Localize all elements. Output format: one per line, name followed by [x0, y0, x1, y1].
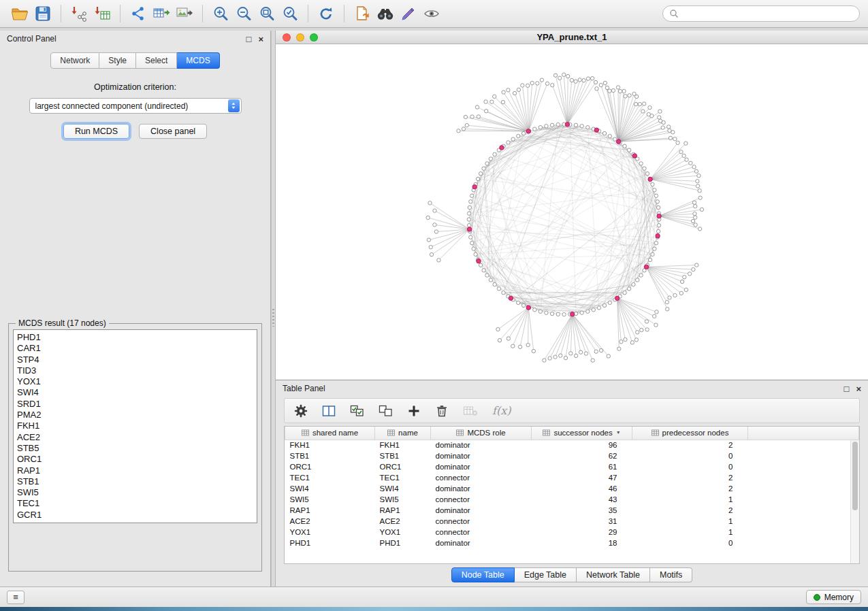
- run-mcds-button[interactable]: Run MCDS: [63, 124, 129, 139]
- tab-motifs[interactable]: Motifs: [650, 567, 692, 582]
- tab-select[interactable]: Select: [136, 52, 177, 69]
- cell-successor-nodes: 43: [532, 494, 632, 505]
- table-scrollbar-thumb[interactable]: [852, 442, 858, 510]
- split-panel-button[interactable]: [322, 404, 336, 418]
- zoom-selected-button[interactable]: [278, 3, 302, 24]
- mcds-result-list[interactable]: PHD1CAR1STP4TID3YOX1SWI4SRD1PMA2FKH1ACE2…: [13, 329, 257, 523]
- close-table-panel-icon[interactable]: ×: [856, 384, 861, 393]
- mcds-result-item[interactable]: RAP1: [17, 465, 253, 476]
- tab-style[interactable]: Style: [99, 52, 136, 69]
- mcds-result-item[interactable]: FKH1: [17, 420, 253, 431]
- apply-style-button[interactable]: [397, 3, 420, 24]
- mcds-result-item[interactable]: TID3: [17, 365, 253, 376]
- cell-name: SWI4: [375, 483, 431, 494]
- table-row[interactable]: YOX1YOX1connector291: [285, 527, 859, 538]
- table-row[interactable]: TEC1TEC1connector472: [285, 472, 859, 483]
- clone-network-button[interactable]: [351, 3, 374, 24]
- mcds-result-item[interactable]: SRD1: [17, 399, 253, 410]
- tab-node-table[interactable]: Node Table: [451, 567, 515, 582]
- mcds-result-item[interactable]: GCR1: [17, 510, 253, 521]
- show-panels-button[interactable]: ≡: [7, 591, 25, 604]
- function-builder-button[interactable]: f(x): [492, 404, 511, 417]
- find-button[interactable]: [374, 3, 397, 24]
- tab-network[interactable]: Network: [50, 52, 99, 69]
- export-network-icon: [130, 5, 146, 22]
- mcds-result-item[interactable]: TEC1: [17, 498, 253, 509]
- close-window-icon[interactable]: [283, 33, 291, 42]
- select-all-button[interactable]: [350, 404, 364, 418]
- search-input[interactable]: [682, 9, 853, 18]
- table-row[interactable]: ACE2ACE2connector311: [285, 516, 859, 527]
- mcds-result-item[interactable]: CAR1: [17, 343, 253, 354]
- export-image-button[interactable]: [173, 3, 196, 24]
- float-panel-icon[interactable]: □: [246, 35, 252, 44]
- table-row[interactable]: SWI5SWI5connector431: [285, 494, 859, 505]
- clear-column-icon: [463, 404, 478, 418]
- export-table-button[interactable]: [150, 3, 173, 24]
- export-network-button[interactable]: [127, 3, 150, 24]
- mcds-result-item[interactable]: SWI4: [17, 387, 253, 398]
- import-table-button[interactable]: [91, 3, 114, 24]
- style-wand-icon: [400, 5, 417, 22]
- table-settings-button[interactable]: [294, 404, 308, 418]
- zoom-out-button[interactable]: [232, 3, 255, 24]
- memory-button[interactable]: Memory: [806, 590, 861, 604]
- network-window-titlebar[interactable]: YPA_prune.txt_1: [276, 31, 868, 44]
- column-header-name[interactable]: name: [375, 427, 431, 440]
- cell-successor-nodes: 29: [532, 527, 632, 538]
- cell-mcds-role: dominator: [431, 538, 532, 548]
- add-column-button[interactable]: [407, 404, 421, 418]
- tab-network-table[interactable]: Network Table: [577, 567, 650, 582]
- export-table-icon: [152, 5, 170, 22]
- tab-edge-table[interactable]: Edge Table: [515, 567, 577, 582]
- zoom-in-button[interactable]: [209, 3, 232, 24]
- column-header-predecessor-nodes[interactable]: predecessor nodes: [632, 427, 748, 440]
- unselect-all-icon: [379, 404, 393, 418]
- table-scrollbar[interactable]: [850, 440, 859, 563]
- close-panel-icon[interactable]: ×: [258, 35, 263, 44]
- mcds-result-item[interactable]: ACE2: [17, 432, 253, 443]
- close-panel-button[interactable]: Close panel: [139, 124, 207, 139]
- select-all-icon: [350, 404, 364, 418]
- unselect-all-button[interactable]: [379, 404, 393, 418]
- table-row[interactable]: FKH1FKH1dominator962: [285, 440, 859, 450]
- mcds-result-item[interactable]: PHD1: [17, 332, 253, 343]
- tab-mcds[interactable]: MCDS: [177, 52, 219, 69]
- network-canvas[interactable]: [276, 44, 868, 380]
- zoom-window-icon[interactable]: [310, 33, 318, 42]
- mcds-result-item[interactable]: STP4: [17, 354, 253, 365]
- network-graph-svg[interactable]: [276, 44, 868, 380]
- table-row[interactable]: ORC1ORC1dominator610: [285, 461, 859, 472]
- mcds-result-item[interactable]: YOX1: [17, 376, 253, 387]
- table-row[interactable]: PHD1PHD1dominator180: [285, 538, 859, 548]
- zoom-fit-button[interactable]: [255, 3, 278, 24]
- save-session-button[interactable]: [31, 3, 54, 24]
- criterion-select[interactable]: largest connected component (undirected)…: [29, 98, 242, 114]
- column-header-shared-name[interactable]: shared name: [285, 427, 375, 440]
- column-header-successor-nodes[interactable]: successor nodes▼: [532, 427, 632, 440]
- table-row[interactable]: STB1STB1dominator620: [285, 450, 859, 461]
- mcds-result-item[interactable]: ORC1: [17, 454, 253, 465]
- clear-values-button[interactable]: [463, 404, 478, 418]
- table-row[interactable]: RAP1RAP1dominator352: [285, 505, 859, 516]
- column-menu-arrow-icon[interactable]: ▼: [616, 430, 621, 435]
- refresh-layout-button[interactable]: [315, 3, 338, 24]
- delete-column-button[interactable]: [435, 404, 449, 418]
- panel-splitter[interactable]: [271, 31, 276, 587]
- cell-predecessor-nodes: 0: [632, 450, 748, 461]
- mcds-result-item[interactable]: STB5: [17, 443, 253, 454]
- mcds-result-item[interactable]: PMA2: [17, 410, 253, 420]
- import-network-button[interactable]: [67, 3, 91, 24]
- table-row[interactable]: SWI4SWI4dominator462: [285, 483, 859, 494]
- minimize-window-icon[interactable]: [296, 33, 304, 42]
- open-session-button[interactable]: [8, 3, 31, 24]
- import-table-icon: [93, 5, 111, 22]
- float-table-panel-icon[interactable]: □: [844, 384, 850, 393]
- mcds-result-item[interactable]: STB1: [17, 476, 253, 487]
- toggle-view-button[interactable]: [420, 3, 443, 24]
- cell-filler: [748, 472, 859, 483]
- app-window: Control Panel □ × NetworkStyleSelectMCDS…: [0, 0, 868, 607]
- mcds-result-item[interactable]: SWI5: [17, 487, 253, 498]
- node-table-body: FKH1FKH1dominator962STB1STB1dominator620…: [285, 440, 859, 548]
- column-header-MCDS-role[interactable]: MCDS role: [431, 427, 532, 440]
